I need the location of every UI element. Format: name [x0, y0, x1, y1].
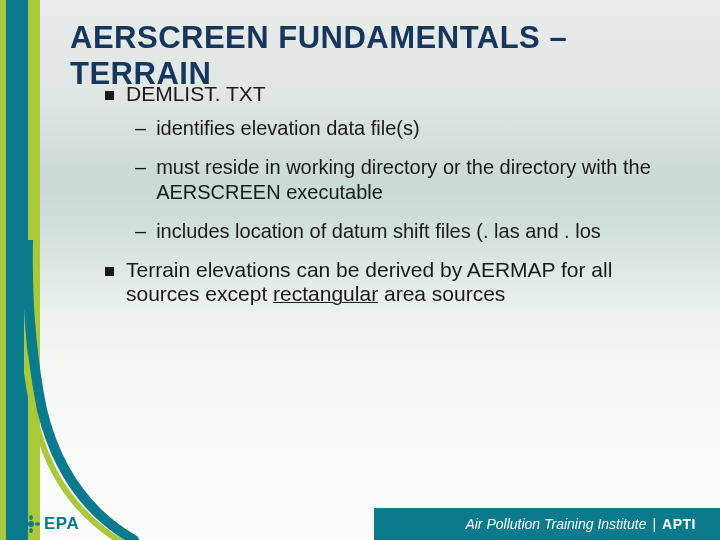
bullet-terrain-elevations: Terrain elevations can be derived by AER… [105, 258, 680, 306]
slide: AERSCREEN FUNDAMENTALS – TERRAIN DEMLIST… [0, 0, 720, 540]
footer-bar: EPA Air Pollution Training Institute | A… [0, 508, 720, 540]
text-underlined: rectangular [273, 282, 378, 305]
footer-right: Air Pollution Training Institute | APTI [374, 508, 720, 540]
footer-apti: APTI [662, 516, 696, 532]
slide-content: DEMLIST. TXT – identifies elevation data… [105, 82, 680, 316]
dash-bullet-icon: – [135, 219, 146, 244]
sub-bullet-working-dir: – must reside in working directory or th… [135, 155, 680, 205]
sub-bullet-identifies: – identifies elevation data file(s) [135, 116, 680, 141]
svg-point-3 [22, 522, 27, 526]
square-bullet-icon [105, 267, 114, 276]
accent-stripe-teal [6, 0, 28, 540]
epa-logo: EPA [22, 514, 79, 534]
svg-point-1 [29, 515, 33, 520]
bullet-text: Terrain elevations can be derived by AER… [126, 258, 680, 306]
bullet-text: DEMLIST. TXT [126, 82, 266, 106]
accent-stripe-lime [28, 0, 40, 540]
svg-point-2 [29, 528, 33, 533]
dash-bullet-icon: – [135, 155, 146, 180]
text-suffix: area sources [378, 282, 505, 305]
bullet-text: must reside in working directory or the … [156, 155, 680, 205]
dash-bullet-icon: – [135, 116, 146, 141]
footer-institute: Air Pollution Training Institute [465, 516, 646, 532]
epa-flower-icon [22, 515, 40, 533]
svg-point-4 [35, 522, 40, 526]
bullet-text: includes location of datum shift files (… [156, 219, 601, 244]
bullet-demlist: DEMLIST. TXT [105, 82, 680, 106]
square-bullet-icon [105, 91, 114, 100]
footer-left: EPA [0, 508, 374, 540]
epa-text: EPA [44, 514, 79, 534]
svg-point-0 [28, 521, 34, 527]
bullet-text: identifies elevation data file(s) [156, 116, 419, 141]
footer-pipe: | [652, 516, 656, 532]
sidebar-accent [0, 0, 40, 540]
sub-bullet-datum-shift: – includes location of datum shift files… [135, 219, 680, 244]
